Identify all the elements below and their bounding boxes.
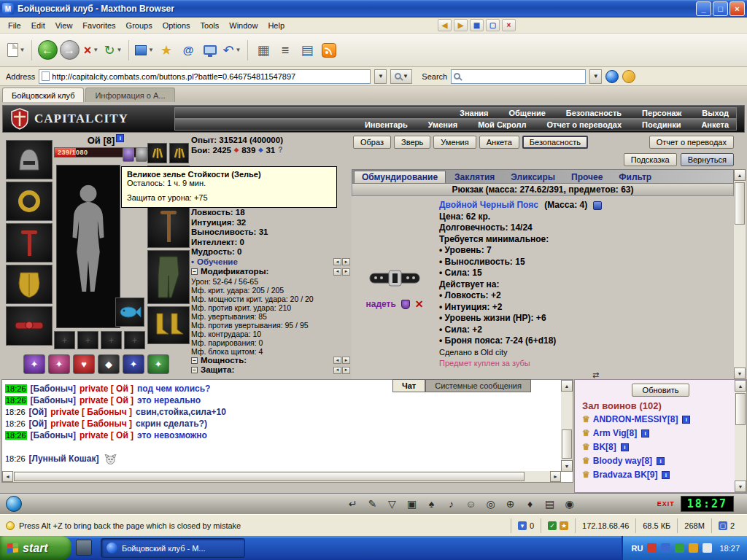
close-tab-icon[interactable]: × (502, 19, 516, 31)
menu-window[interactable]: Window (224, 19, 263, 32)
gem-icon[interactable]: ♦ (522, 496, 538, 512)
search-dropdown-icon[interactable]: ▼ (589, 69, 602, 84)
ring-slot-2[interactable]: + (77, 331, 98, 349)
new-page-button[interactable]: ▼ (6, 36, 26, 64)
tab-filter[interactable]: Фильтр (611, 171, 659, 183)
spin-left-icon[interactable]: ◄ (333, 258, 341, 265)
external-page-button[interactable]: ▤ (297, 36, 317, 64)
message-nick[interactable]: [Бабоныч] (31, 430, 77, 440)
refresh-button[interactable]: ↻▼ (103, 36, 123, 64)
warrior-name[interactable]: Arm Vig[8] (593, 427, 637, 440)
security-button[interactable]: Безопасность (522, 136, 588, 149)
skills-button[interactable]: Умения (433, 136, 476, 149)
scroll-down-icon[interactable]: ▼ (735, 481, 746, 492)
smiley-icon[interactable]: ☺ (462, 496, 479, 512)
backpack-icon[interactable] (593, 201, 602, 210)
edit-highlight-icon[interactable] (622, 70, 635, 83)
spin-left-icon[interactable]: ◄ (333, 357, 341, 364)
nav-exit[interactable]: Выход (702, 109, 729, 117)
save-icon[interactable]: ▣ (403, 496, 420, 512)
effect-icon-6[interactable]: ✦ (147, 354, 169, 374)
weapon-slot[interactable] (6, 223, 53, 262)
message-nick[interactable]: [Бабоныч] (31, 395, 77, 405)
effect-icon-4[interactable]: ◆ (98, 354, 120, 374)
tab-elixirs[interactable]: Эликсиры (503, 171, 562, 183)
scroll-up-icon[interactable]: ▲ (735, 380, 746, 392)
warrior-name[interactable]: Bradvaza BK[9] (593, 468, 658, 482)
effect-icon-2[interactable]: ✦ (48, 354, 70, 374)
scrollbar-thumb[interactable] (735, 393, 746, 425)
potion-icon[interactable]: ◉ (561, 496, 578, 512)
task-button-fight-club[interactable]: Бойцовский клуб - M... (101, 538, 245, 558)
exit-button[interactable]: EXIT (657, 500, 675, 508)
menu-favorites[interactable]: Favorites (77, 19, 120, 32)
maximize-button[interactable]: □ (713, 1, 728, 16)
nav-character[interactable]: Персонаж (642, 109, 681, 117)
belt-slot[interactable] (6, 306, 53, 346)
tab-equipment[interactable]: Обмундирование (354, 171, 446, 183)
glove-left-slot[interactable] (147, 143, 167, 163)
nav-communication[interactable]: Общение (509, 109, 546, 117)
scrollbar-thumb[interactable] (562, 429, 572, 459)
character-info-icon[interactable]: i (116, 134, 124, 142)
bracers-slot[interactable] (6, 182, 53, 221)
scrollbar-thumb[interactable] (735, 182, 745, 225)
collapse-icon[interactable]: − (191, 367, 198, 373)
contacts-button[interactable]: @ (178, 36, 198, 64)
scroll-down-icon[interactable]: ▼ (734, 368, 746, 379)
address-dropdown-icon[interactable]: ▼ (374, 69, 387, 84)
resources-button[interactable]: ▦ (253, 36, 274, 64)
training-link[interactable]: Обучение (197, 257, 238, 268)
plus-icon[interactable]: ⊕ (502, 496, 519, 512)
scroll-down-icon[interactable]: ▼ (561, 460, 573, 472)
tab-information[interactable]: Информация о А... (85, 88, 174, 102)
scrollbar-thumb[interactable] (14, 472, 525, 481)
nav-duels[interactable]: Поединки (642, 120, 681, 129)
belt-item-image[interactable] (367, 260, 422, 295)
profile-button[interactable]: Анкета (479, 136, 519, 149)
groups-button[interactable]: ▼ (134, 36, 155, 64)
notes-button[interactable]: ≡ (275, 36, 295, 64)
globe-icon[interactable] (6, 496, 22, 512)
ring-slot-1[interactable]: + (54, 331, 75, 349)
nav-security[interactable]: Безопасность (566, 109, 622, 117)
maxthon-orb-icon[interactable] (605, 70, 619, 83)
search-field[interactable] (451, 69, 586, 84)
search-input[interactable] (462, 72, 583, 81)
effect-icon-1[interactable]: ✦ (23, 354, 45, 374)
effect-heart-icon[interactable]: ♥ (73, 354, 95, 374)
nav-inventory[interactable]: Инвентарь (365, 120, 408, 129)
refresh-dropdown-icon[interactable]: ▼ (117, 47, 123, 53)
spin-right-icon[interactable]: ► (342, 357, 350, 364)
warrior-name[interactable]: ANDRON-MESSIY[8] (593, 413, 678, 427)
item-name[interactable]: Двойной Черный Пояс (439, 200, 538, 210)
info-icon[interactable]: i (657, 457, 665, 465)
shield-tray-icon[interactable] (689, 543, 698, 553)
antivirus-tray-icon[interactable] (647, 543, 657, 553)
nav-skills[interactable]: Умения (428, 120, 457, 129)
proxy-button[interactable]: ▼ (390, 69, 412, 84)
menu-edit[interactable]: Edit (26, 19, 50, 32)
image-button[interactable]: Образ (353, 136, 391, 149)
menu-help[interactable]: Help (263, 19, 290, 32)
return-button[interactable]: Вернуться (681, 153, 734, 166)
scroll-right-icon[interactable]: ► (550, 471, 561, 482)
prev-tab-icon[interactable]: ◀ (438, 19, 452, 31)
chat-vertical-scrollbar[interactable]: ▲ ▼ (561, 380, 573, 472)
web-icon[interactable]: ♠ (423, 496, 440, 512)
message-nick[interactable]: [Бабоныч] (31, 384, 77, 394)
undo-dropdown-icon[interactable]: ▼ (236, 47, 241, 53)
spin-right-icon[interactable]: ► (342, 258, 350, 265)
show-desktop-icon[interactable] (76, 540, 92, 556)
legs-slot[interactable] (147, 250, 190, 304)
helmet-slot[interactable] (6, 140, 53, 179)
enter-icon[interactable]: ↵ (344, 496, 361, 512)
stop-dropdown-icon[interactable]: ▼ (93, 47, 98, 53)
rss-button[interactable] (319, 36, 339, 64)
screen-capture-button[interactable] (200, 36, 220, 64)
ring-slot-3[interactable]: + (101, 331, 122, 349)
address-input[interactable] (52, 72, 368, 81)
delete-item-icon[interactable]: ✕ (415, 299, 424, 309)
menu-view[interactable]: View (50, 19, 78, 32)
info-icon[interactable]: i (641, 429, 649, 438)
